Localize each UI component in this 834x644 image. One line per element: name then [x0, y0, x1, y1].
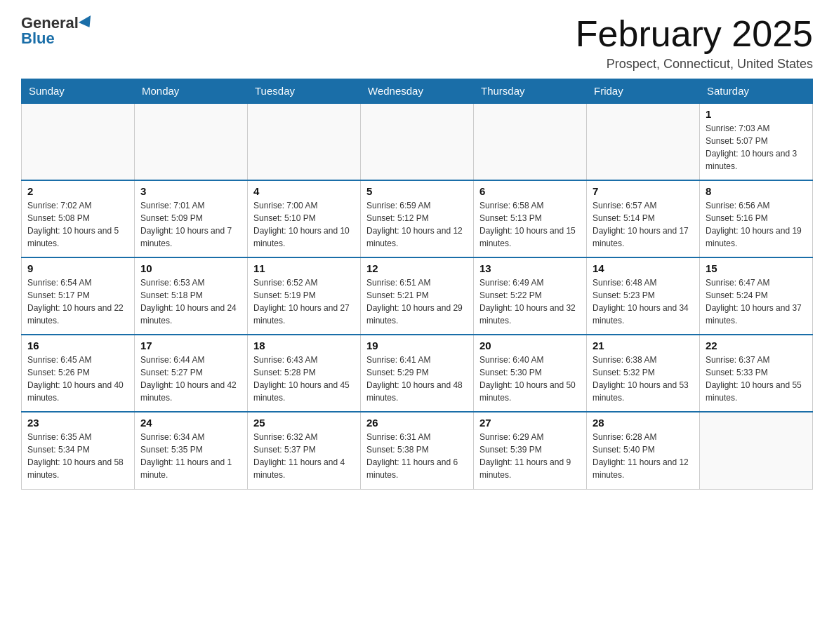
day-number: 5 — [366, 185, 468, 197]
weekday-header-wednesday: Wednesday — [361, 79, 474, 104]
day-number: 3 — [140, 185, 241, 197]
calendar-cell — [248, 103, 361, 180]
day-info: Sunrise: 6:51 AMSunset: 5:21 PMDaylight:… — [366, 276, 468, 327]
calendar-cell: 22Sunrise: 6:37 AMSunset: 5:33 PMDayligh… — [700, 335, 813, 412]
day-number: 20 — [479, 340, 581, 351]
day-info: Sunrise: 6:57 AMSunset: 5:14 PMDaylight:… — [593, 199, 694, 250]
calendar-cell: 3Sunrise: 7:01 AMSunset: 5:09 PMDaylight… — [135, 180, 248, 257]
day-number: 12 — [366, 262, 468, 274]
calendar-cell: 17Sunrise: 6:44 AMSunset: 5:27 PMDayligh… — [135, 335, 248, 412]
day-info: Sunrise: 7:03 AMSunset: 5:07 PMDaylight:… — [706, 122, 807, 173]
weekday-header-friday: Friday — [587, 79, 700, 104]
calendar-cell: 6Sunrise: 6:58 AMSunset: 5:13 PMDaylight… — [474, 180, 587, 257]
day-info: Sunrise: 7:01 AMSunset: 5:09 PMDaylight:… — [140, 199, 241, 250]
week-row-5: 23Sunrise: 6:35 AMSunset: 5:34 PMDayligh… — [22, 412, 813, 489]
day-number: 9 — [27, 262, 128, 274]
calendar-cell: 1Sunrise: 7:03 AMSunset: 5:07 PMDaylight… — [700, 103, 813, 180]
location-subtitle: Prospect, Connecticut, United States — [576, 57, 813, 72]
calendar-cell: 21Sunrise: 6:38 AMSunset: 5:32 PMDayligh… — [587, 335, 700, 412]
day-info: Sunrise: 6:41 AMSunset: 5:29 PMDaylight:… — [366, 354, 468, 404]
day-number: 18 — [253, 340, 355, 351]
day-info: Sunrise: 6:40 AMSunset: 5:30 PMDaylight:… — [479, 354, 581, 404]
calendar-cell: 23Sunrise: 6:35 AMSunset: 5:34 PMDayligh… — [22, 412, 135, 489]
calendar-cell: 11Sunrise: 6:52 AMSunset: 5:19 PMDayligh… — [248, 257, 361, 335]
day-number: 25 — [253, 417, 355, 429]
day-number: 17 — [140, 340, 241, 351]
calendar-cell — [474, 103, 587, 180]
calendar-cell: 27Sunrise: 6:29 AMSunset: 5:39 PMDayligh… — [474, 412, 587, 489]
day-info: Sunrise: 6:52 AMSunset: 5:19 PMDaylight:… — [253, 276, 355, 327]
week-row-3: 9Sunrise: 6:54 AMSunset: 5:17 PMDaylight… — [22, 257, 813, 335]
week-row-2: 2Sunrise: 7:02 AMSunset: 5:08 PMDaylight… — [22, 180, 813, 257]
calendar-cell: 13Sunrise: 6:49 AMSunset: 5:22 PMDayligh… — [474, 257, 587, 335]
day-info: Sunrise: 6:31 AMSunset: 5:38 PMDaylight:… — [366, 431, 468, 481]
day-number: 24 — [140, 417, 241, 429]
day-info: Sunrise: 7:02 AMSunset: 5:08 PMDaylight:… — [27, 199, 128, 250]
calendar-cell: 14Sunrise: 6:48 AMSunset: 5:23 PMDayligh… — [587, 257, 700, 335]
calendar-cell: 28Sunrise: 6:28 AMSunset: 5:40 PMDayligh… — [587, 412, 700, 489]
day-number: 15 — [706, 262, 807, 274]
logo-triangle-icon — [79, 15, 95, 31]
day-number: 13 — [479, 262, 581, 274]
calendar-cell: 9Sunrise: 6:54 AMSunset: 5:17 PMDaylight… — [22, 257, 135, 335]
weekday-header-row: SundayMondayTuesdayWednesdayThursdayFrid… — [22, 79, 813, 104]
day-info: Sunrise: 7:00 AMSunset: 5:10 PMDaylight:… — [253, 199, 355, 250]
day-number: 16 — [27, 340, 128, 351]
calendar-cell: 2Sunrise: 7:02 AMSunset: 5:08 PMDaylight… — [22, 180, 135, 257]
weekday-header-monday: Monday — [135, 79, 248, 104]
day-info: Sunrise: 6:56 AMSunset: 5:16 PMDaylight:… — [706, 199, 807, 250]
day-number: 6 — [479, 185, 581, 197]
day-info: Sunrise: 6:43 AMSunset: 5:28 PMDaylight:… — [253, 354, 355, 404]
day-number: 26 — [366, 417, 468, 429]
day-number: 19 — [366, 340, 468, 351]
calendar-cell: 18Sunrise: 6:43 AMSunset: 5:28 PMDayligh… — [248, 335, 361, 412]
day-info: Sunrise: 6:48 AMSunset: 5:23 PMDaylight:… — [593, 276, 694, 327]
day-info: Sunrise: 6:32 AMSunset: 5:37 PMDaylight:… — [253, 431, 355, 481]
calendar-table: SundayMondayTuesdayWednesdayThursdayFrid… — [21, 79, 813, 490]
day-info: Sunrise: 6:45 AMSunset: 5:26 PMDaylight:… — [27, 354, 128, 404]
day-number: 27 — [479, 417, 581, 429]
calendar-cell: 24Sunrise: 6:34 AMSunset: 5:35 PMDayligh… — [135, 412, 248, 489]
day-number: 14 — [593, 262, 694, 274]
day-info: Sunrise: 6:47 AMSunset: 5:24 PMDaylight:… — [706, 276, 807, 327]
calendar-cell: 10Sunrise: 6:53 AMSunset: 5:18 PMDayligh… — [135, 257, 248, 335]
day-number: 2 — [27, 185, 128, 197]
day-info: Sunrise: 6:38 AMSunset: 5:32 PMDaylight:… — [593, 354, 694, 404]
calendar-cell — [587, 103, 700, 180]
day-number: 23 — [27, 417, 128, 429]
day-info: Sunrise: 6:49 AMSunset: 5:22 PMDaylight:… — [479, 276, 581, 327]
day-info: Sunrise: 6:35 AMSunset: 5:34 PMDaylight:… — [27, 431, 128, 481]
week-row-1: 1Sunrise: 7:03 AMSunset: 5:07 PMDaylight… — [22, 103, 813, 180]
day-info: Sunrise: 6:53 AMSunset: 5:18 PMDaylight:… — [140, 276, 241, 327]
calendar-cell: 4Sunrise: 7:00 AMSunset: 5:10 PMDaylight… — [248, 180, 361, 257]
day-number: 8 — [706, 185, 807, 197]
day-number: 4 — [253, 185, 355, 197]
calendar-cell: 15Sunrise: 6:47 AMSunset: 5:24 PMDayligh… — [700, 257, 813, 335]
day-info: Sunrise: 6:59 AMSunset: 5:12 PMDaylight:… — [366, 199, 468, 250]
day-number: 22 — [706, 340, 807, 351]
calendar-cell: 5Sunrise: 6:59 AMSunset: 5:12 PMDaylight… — [361, 180, 474, 257]
day-info: Sunrise: 6:58 AMSunset: 5:13 PMDaylight:… — [479, 199, 581, 250]
day-number: 7 — [593, 185, 694, 197]
calendar-cell: 8Sunrise: 6:56 AMSunset: 5:16 PMDaylight… — [700, 180, 813, 257]
day-info: Sunrise: 6:37 AMSunset: 5:33 PMDaylight:… — [706, 354, 807, 404]
calendar-cell: 19Sunrise: 6:41 AMSunset: 5:29 PMDayligh… — [361, 335, 474, 412]
day-number: 28 — [593, 417, 694, 429]
day-number: 10 — [140, 262, 241, 274]
weekday-header-thursday: Thursday — [474, 79, 587, 104]
calendar-cell: 7Sunrise: 6:57 AMSunset: 5:14 PMDaylight… — [587, 180, 700, 257]
calendar-cell: 16Sunrise: 6:45 AMSunset: 5:26 PMDayligh… — [22, 335, 135, 412]
calendar-cell: 20Sunrise: 6:40 AMSunset: 5:30 PMDayligh… — [474, 335, 587, 412]
day-info: Sunrise: 6:29 AMSunset: 5:39 PMDaylight:… — [479, 431, 581, 481]
day-number: 21 — [593, 340, 694, 351]
weekday-header-tuesday: Tuesday — [248, 79, 361, 104]
week-row-4: 16Sunrise: 6:45 AMSunset: 5:26 PMDayligh… — [22, 335, 813, 412]
day-number: 11 — [253, 262, 355, 274]
day-info: Sunrise: 6:44 AMSunset: 5:27 PMDaylight:… — [140, 354, 241, 404]
weekday-header-saturday: Saturday — [700, 79, 813, 104]
month-title: February 2025 — [576, 14, 813, 54]
calendar-cell — [700, 412, 813, 489]
calendar-cell — [135, 103, 248, 180]
day-info: Sunrise: 6:34 AMSunset: 5:35 PMDaylight:… — [140, 431, 241, 481]
day-number: 1 — [706, 108, 807, 120]
